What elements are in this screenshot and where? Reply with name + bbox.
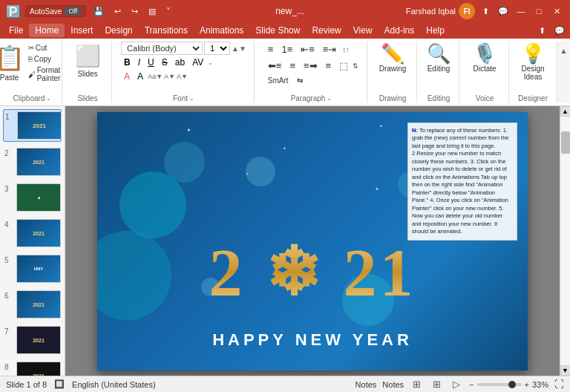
menu-file[interactable]: File bbox=[3, 24, 29, 37]
notes-label-text[interactable]: Notes bbox=[382, 380, 404, 389]
justify-button[interactable]: ≡ bbox=[322, 58, 335, 74]
clipboard-label: Clipboard ⌄ bbox=[7, 94, 57, 102]
autosave-button[interactable]: AutoSave Off bbox=[25, 5, 86, 17]
scroll-up-button[interactable]: ▲ bbox=[560, 106, 571, 117]
italic-button[interactable]: I bbox=[135, 56, 143, 69]
zoom-in-button[interactable]: + bbox=[525, 380, 529, 389]
paste-button[interactable]: 📋 Paste bbox=[0, 42, 24, 84]
bullets-button[interactable]: ≡ bbox=[264, 42, 278, 57]
status-bar: Slide 1 of 8 🔲 English (United States) N… bbox=[0, 376, 570, 392]
menu-slideshow[interactable]: Slide Show bbox=[249, 24, 306, 37]
scroll-thumb[interactable] bbox=[561, 131, 570, 154]
slide-img-8: 2021 bbox=[16, 362, 61, 376]
char-spacing-button[interactable]: AV bbox=[189, 56, 206, 69]
align-right-button[interactable]: ≡➡ bbox=[300, 58, 321, 74]
columns-button[interactable]: ⬚ bbox=[335, 58, 352, 74]
font-size-arrows: ▲▼ bbox=[232, 45, 246, 53]
canvas-area[interactable]: ✦ ✦ ✦ ✦ ✦ ✦ · · 2 ❄ 21 HAPPY NEW YEAR N:… bbox=[65, 106, 560, 376]
fit-slide-button[interactable]: ⛶ bbox=[554, 379, 564, 390]
indent-less-button[interactable]: ⇤≡ bbox=[297, 42, 318, 57]
star-3: ✦ bbox=[379, 123, 383, 128]
dictate-button[interactable]: 🎙️ Dictate bbox=[469, 42, 500, 75]
para-row-2: ⬅≡ ≡ ≡➡ ≡ ⬚ ⇅ bbox=[264, 58, 358, 74]
slide-num-1: 1 bbox=[5, 113, 14, 121]
slide-thumb-7[interactable]: 7 2021 bbox=[3, 324, 62, 356]
slide-thumb-5[interactable]: 5 HNY bbox=[3, 253, 62, 284]
indent-more-button[interactable]: ≡⇥ bbox=[319, 42, 341, 57]
menu-home[interactable]: Home bbox=[29, 24, 65, 37]
bold-button[interactable]: B bbox=[121, 56, 134, 69]
paragraph-content: ≡ 1≡ ⇤≡ ≡⇥ ↕↑ ⬅≡ ≡ ≡➡ ≡ ⬚ ⇅ bbox=[264, 42, 358, 93]
numbering-button[interactable]: 1≡ bbox=[278, 42, 296, 57]
menu-transitions[interactable]: Transitions bbox=[139, 24, 194, 37]
zoom-thumb[interactable] bbox=[508, 381, 516, 388]
para-row-1: ≡ 1≡ ⇤≡ ≡⇥ ↕↑ bbox=[264, 42, 358, 57]
para-more: ↕↑ bbox=[341, 46, 350, 53]
underline-button[interactable]: U bbox=[145, 56, 157, 69]
share-button[interactable]: ⬆ bbox=[478, 4, 493, 19]
collapse-ribbon-button[interactable]: ▲ bbox=[558, 45, 570, 56]
undo-button[interactable]: ↩ bbox=[111, 6, 124, 17]
title-bar-left: 🅿️ AutoSave Off 💾 ↩ ↪ ▤ ˅ bbox=[6, 4, 174, 19]
zoom-slider[interactable] bbox=[477, 383, 522, 386]
more-quick-buttons[interactable]: ˅ bbox=[163, 6, 174, 17]
scroll-track[interactable] bbox=[560, 117, 571, 365]
slide-canvas[interactable]: ✦ ✦ ✦ ✦ ✦ ✦ · · 2 ❄ 21 HAPPY NEW YEAR N:… bbox=[97, 112, 528, 370]
slide-num-7: 7 bbox=[4, 327, 13, 336]
view-slide-sorter-button[interactable]: ⊞ bbox=[430, 378, 444, 391]
font-content: Calibri (Body) 18 ▲▼ B I U S ab AV bbox=[121, 42, 246, 93]
scroll-down-button[interactable]: ▼ bbox=[560, 365, 571, 376]
font-color-button[interactable]: A bbox=[121, 70, 133, 83]
highlight-button[interactable]: A bbox=[134, 70, 146, 83]
slide-thumb-3[interactable]: 3 ✦ bbox=[3, 182, 62, 213]
slides-button[interactable]: ⬜ Slides bbox=[71, 42, 105, 80]
autosave-toggle[interactable]: Off bbox=[64, 7, 82, 16]
convert-to-text[interactable]: ⇆ bbox=[293, 74, 307, 87]
strikethrough-button[interactable]: S bbox=[159, 56, 171, 69]
align-left-button[interactable]: ⬅≡ bbox=[264, 58, 286, 74]
comments-button[interactable]: 💬 bbox=[496, 4, 511, 19]
slide-thumb-1[interactable]: 1 2021 bbox=[3, 109, 62, 142]
shadow-button[interactable]: ab bbox=[172, 56, 188, 69]
notes-button[interactable]: Notes bbox=[356, 380, 377, 389]
view-reading-button[interactable]: ▷ bbox=[450, 378, 463, 391]
star-1: ✦ bbox=[186, 127, 191, 134]
minimize-button[interactable]: — bbox=[514, 4, 528, 19]
present-button[interactable]: ▤ bbox=[145, 6, 159, 17]
align-center-button[interactable]: ≡ bbox=[286, 58, 299, 74]
editing-button[interactable]: 🔍 Editing bbox=[423, 42, 454, 75]
slide-thumb-2[interactable]: 2 2021 bbox=[3, 146, 62, 177]
slide-year-text: 2 ❄ 21 bbox=[209, 233, 416, 311]
menu-design[interactable]: Design bbox=[99, 24, 138, 37]
view-normal-button[interactable]: ⊞ bbox=[410, 378, 424, 391]
menu-help[interactable]: Help bbox=[420, 24, 451, 37]
note-title: N: bbox=[412, 127, 418, 134]
close-button[interactable]: ✕ bbox=[549, 4, 564, 19]
title-bar: 🅿️ AutoSave Off 💾 ↩ ↪ ▤ ˅ new_... Farsha… bbox=[0, 0, 570, 22]
slide-img-4: 2021 bbox=[16, 219, 61, 247]
clipboard-arrow: ⌄ bbox=[46, 95, 51, 102]
save-quick-button[interactable]: 💾 bbox=[91, 6, 107, 17]
menu-addins[interactable]: Add-ins bbox=[379, 24, 421, 37]
smartart-button[interactable]: SmArt bbox=[264, 74, 292, 87]
slide-thumb-8[interactable]: 8 2021 bbox=[3, 360, 62, 376]
drawing-button[interactable]: ✏️ Drawing bbox=[376, 42, 410, 75]
copy-label: Copy bbox=[34, 55, 51, 63]
note-body: To replace any of these numbers. 1. grab… bbox=[412, 127, 508, 235]
zoom-out-button[interactable]: − bbox=[469, 380, 474, 389]
design-ideas-button[interactable]: 💡 Design Ideas bbox=[517, 42, 548, 83]
menu-animations[interactable]: Animations bbox=[194, 24, 249, 37]
menu-insert[interactable]: Insert bbox=[65, 24, 99, 37]
document-title: new_... bbox=[275, 6, 304, 16]
ribbon-comments-icon[interactable]: 💬 bbox=[552, 23, 567, 38]
slide-thumb-4[interactable]: 4 2021 bbox=[3, 218, 62, 249]
maximize-button[interactable]: □ bbox=[531, 4, 546, 19]
menu-view[interactable]: View bbox=[347, 24, 379, 37]
ribbon-share-icon[interactable]: ⬆ bbox=[534, 23, 549, 38]
slides-content: ⬜ Slides bbox=[71, 42, 105, 93]
menu-review[interactable]: Review bbox=[306, 24, 347, 37]
redo-button[interactable]: ↪ bbox=[128, 6, 141, 17]
font-size-select[interactable]: 18 bbox=[204, 42, 230, 55]
slide-thumb-6[interactable]: 6 2021 bbox=[3, 289, 62, 320]
font-family-select[interactable]: Calibri (Body) bbox=[121, 42, 203, 55]
